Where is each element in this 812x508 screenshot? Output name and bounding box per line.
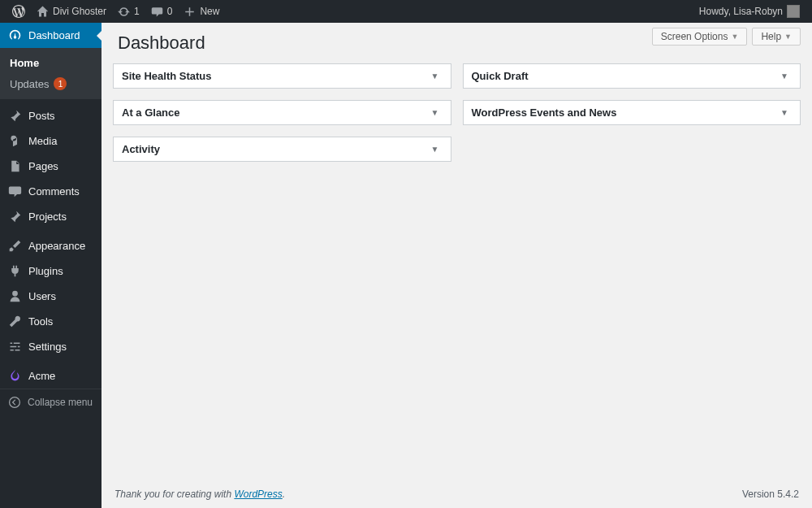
main-content: Screen Options ▼ Help ▼ Dashboard Site H… bbox=[102, 23, 812, 508]
wrench-icon bbox=[8, 315, 22, 328]
site-home-link[interactable]: Divi Ghoster bbox=[31, 0, 112, 23]
sidebar-item-label: Media bbox=[28, 135, 57, 147]
comment-icon bbox=[151, 6, 163, 18]
footer-thanks: Thank you for creating with WordPress. bbox=[114, 488, 285, 500]
plug-icon bbox=[8, 264, 22, 278]
comment-icon bbox=[8, 185, 22, 198]
submenu-item-updates[interactable]: Updates 1 bbox=[0, 73, 102, 94]
sidebar-item-settings[interactable]: Settings bbox=[0, 334, 102, 359]
howdy-text: Howdy, Lisa-Robyn bbox=[699, 6, 783, 17]
sidebar-item-label: Comments bbox=[28, 185, 80, 198]
sidebar-item-posts[interactable]: Posts bbox=[0, 103, 102, 128]
updates-badge: 1 bbox=[54, 77, 67, 90]
admin-footer: Thank you for creating with WordPress. V… bbox=[102, 480, 812, 508]
sidebar-submenu-dashboard: Home Updates 1 bbox=[0, 48, 102, 99]
sidebar-item-label: Acme bbox=[28, 370, 55, 382]
new-content-link[interactable]: New bbox=[178, 0, 225, 23]
svg-point-0 bbox=[10, 397, 20, 408]
pin-icon bbox=[8, 210, 22, 224]
postbox-at-a-glance[interactable]: At a Glance ▼ bbox=[113, 100, 451, 125]
postbox-title: Site Health Status bbox=[122, 70, 212, 82]
sidebar-item-label: Users bbox=[28, 290, 56, 302]
home-icon bbox=[37, 6, 49, 18]
postbox-quick-draft[interactable]: Quick Draft ▼ bbox=[463, 63, 801, 89]
sidebar-item-label: Tools bbox=[28, 315, 53, 328]
postbox-title: Quick Draft bbox=[472, 70, 529, 82]
admin-bar: Divi Ghoster 1 0 New Howdy, Lisa-Robyn bbox=[0, 0, 812, 23]
sidebar-item-appearance[interactable]: Appearance bbox=[0, 233, 102, 258]
comments-count: 0 bbox=[167, 6, 173, 17]
submenu-label: Updates bbox=[10, 78, 49, 90]
refresh-count: 1 bbox=[134, 6, 140, 17]
account-link[interactable]: Howdy, Lisa-Robyn bbox=[693, 0, 806, 23]
media-icon bbox=[8, 134, 22, 148]
flame-icon bbox=[8, 369, 22, 383]
new-label: New bbox=[200, 6, 219, 17]
refresh-icon bbox=[118, 6, 130, 18]
toggle-collapse-icon[interactable]: ▼ bbox=[777, 106, 792, 119]
toggle-collapse-icon[interactable]: ▼ bbox=[428, 106, 443, 119]
toggle-collapse-icon[interactable]: ▼ bbox=[428, 143, 443, 155]
version-text: Version 5.4.2 bbox=[742, 488, 799, 500]
pin-icon bbox=[8, 109, 22, 123]
dashboard-column-right: Quick Draft ▼ WordPress Events and News … bbox=[463, 63, 801, 162]
avatar bbox=[787, 5, 800, 18]
plus-icon bbox=[184, 6, 196, 18]
sidebar-item-label: Projects bbox=[28, 211, 67, 223]
submenu-item-home[interactable]: Home bbox=[0, 53, 102, 73]
sidebar-item-media[interactable]: Media bbox=[0, 128, 102, 154]
brush-icon bbox=[8, 239, 22, 253]
dashboard-column-left: Site Health Status ▼ At a Glance ▼ Activ… bbox=[113, 63, 451, 162]
sidebar-item-dashboard[interactable]: Dashboard bbox=[0, 23, 102, 48]
dashboard-icon bbox=[8, 28, 22, 42]
wordpress-link[interactable]: WordPress bbox=[234, 488, 282, 500]
postbox-activity[interactable]: Activity ▼ bbox=[113, 137, 451, 162]
postbox-site-health[interactable]: Site Health Status ▼ bbox=[113, 63, 451, 89]
sidebar-item-plugins[interactable]: Plugins bbox=[0, 258, 102, 284]
postbox-title: WordPress Events and News bbox=[472, 106, 617, 119]
comments-link[interactable]: 0 bbox=[145, 0, 179, 23]
postbox-wp-events[interactable]: WordPress Events and News ▼ bbox=[463, 100, 801, 125]
sidebar-item-pages[interactable]: Pages bbox=[0, 154, 102, 179]
collapse-menu[interactable]: Collapse menu bbox=[0, 389, 102, 415]
sidebar-item-tools[interactable]: Tools bbox=[0, 309, 102, 334]
sidebar-item-label: Appearance bbox=[28, 240, 85, 252]
sidebar-item-label: Posts bbox=[28, 110, 55, 122]
postbox-title: Activity bbox=[122, 143, 160, 155]
site-name: Divi Ghoster bbox=[53, 6, 106, 17]
sidebar-item-label: Dashboard bbox=[28, 29, 80, 41]
toggle-collapse-icon[interactable]: ▼ bbox=[777, 70, 792, 82]
sidebar-item-label: Settings bbox=[28, 341, 67, 353]
sidebar-item-label: Pages bbox=[28, 160, 58, 172]
toggle-collapse-icon[interactable]: ▼ bbox=[428, 70, 443, 82]
user-icon bbox=[8, 289, 22, 303]
collapse-label: Collapse menu bbox=[28, 397, 93, 408]
sidebar-item-comments[interactable]: Comments bbox=[0, 179, 102, 204]
wordpress-logo[interactable] bbox=[6, 0, 31, 23]
page-icon bbox=[8, 159, 22, 173]
collapse-icon bbox=[8, 396, 21, 409]
updates-link[interactable]: 1 bbox=[112, 0, 145, 23]
sliders-icon bbox=[8, 340, 22, 354]
sidebar-item-acme[interactable]: Acme bbox=[0, 363, 102, 389]
submenu-label: Home bbox=[10, 57, 39, 69]
postbox-title: At a Glance bbox=[122, 106, 180, 119]
sidebar-item-projects[interactable]: Projects bbox=[0, 204, 102, 229]
admin-sidebar: Dashboard Home Updates 1 Posts Media Pag… bbox=[0, 23, 102, 508]
page-title: Dashboard bbox=[102, 33, 812, 63]
sidebar-item-label: Plugins bbox=[28, 265, 63, 277]
sidebar-item-users[interactable]: Users bbox=[0, 284, 102, 309]
